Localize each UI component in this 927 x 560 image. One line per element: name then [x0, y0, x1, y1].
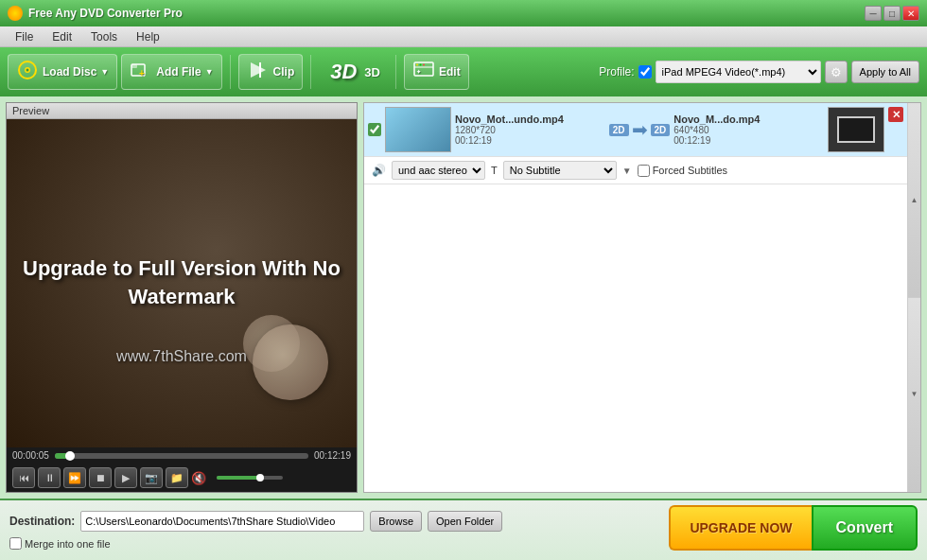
destination-label: Destination:: [9, 515, 75, 528]
arrow-icon: ➡: [632, 118, 648, 141]
add-file-label: Add File: [156, 65, 201, 79]
close-button[interactable]: ✕: [902, 6, 919, 21]
titlebar: Free Any DVD Converter Pro ─ □ ✕: [0, 0, 927, 26]
menu-file[interactable]: File: [6, 28, 43, 45]
preview-video: Upgrade to Full Version With No Watermar…: [7, 119, 357, 447]
toolbar-sep-1: [230, 55, 231, 89]
audio-select[interactable]: und aac stereo: [392, 161, 485, 180]
scroll-down-button[interactable]: ▼: [908, 298, 920, 493]
menu-help[interactable]: Help: [127, 28, 169, 45]
volume-icon: 🔇: [191, 471, 206, 485]
preview-label: Preview: [7, 103, 357, 119]
dest-file-info: Novo_M...do.mp4 640*480 00:12:19: [673, 114, 824, 146]
minimize-button[interactable]: ─: [865, 6, 882, 21]
conversion-arrow: 2D ➡ 2D: [609, 118, 671, 141]
destination-input[interactable]: [80, 511, 364, 532]
clip-icon: [247, 61, 270, 84]
snapshot-button[interactable]: 📷: [140, 467, 163, 488]
toolbar-sep-2: [310, 55, 311, 89]
svg-point-2: [26, 68, 29, 71]
subtitle-arrow: ▼: [622, 166, 632, 176]
add-file-icon: +: [130, 61, 152, 84]
profile-checkbox[interactable]: [638, 65, 652, 79]
file-options: 🔊 und aac stereo T No Subtitle ▼ Forced …: [364, 157, 907, 184]
pause-button[interactable]: ⏸: [38, 467, 61, 488]
source-filename: Novo_Mot...undo.mp4: [455, 114, 605, 125]
svg-point-11: [419, 63, 421, 65]
svg-text:✦: ✦: [416, 69, 421, 75]
source-2d-badge: 2D: [609, 124, 629, 136]
source-dimensions: 1280*720: [455, 125, 605, 135]
source-duration: 00:12:19: [455, 135, 605, 146]
add-file-button[interactable]: + Add File ▼: [121, 54, 221, 90]
browse-button[interactable]: Browse: [370, 511, 422, 532]
total-time: 00:12:19: [314, 450, 351, 461]
upgrade-now-button[interactable]: UPGRADE NOW: [669, 505, 811, 551]
edit-icon: ✦: [412, 61, 435, 84]
skip-back-button[interactable]: ⏮: [12, 467, 35, 488]
open-folder-button[interactable]: Open Folder: [428, 511, 502, 532]
app-title: Free Any DVD Converter Pro: [28, 7, 865, 20]
folder-button[interactable]: 📁: [166, 467, 188, 488]
load-disc-label: Load Disc: [43, 65, 96, 79]
menubar: File Edit Tools Help: [0, 26, 927, 47]
watermark-text: Upgrade to Full Version With No Watermar…: [7, 254, 357, 313]
volume-track[interactable]: [217, 476, 283, 480]
clip-button[interactable]: Clip: [238, 54, 304, 90]
dest-thumbnail: [828, 107, 884, 152]
dvd-disc: [253, 324, 328, 400]
app-icon: [8, 6, 23, 21]
convert-button[interactable]: Convert: [812, 505, 918, 551]
file-row: ⏸ Novo_Mot...undo.mp4 1280*720 00:12:19 …: [364, 103, 907, 157]
subtitle-text-icon: T: [491, 165, 498, 176]
volume-thumb[interactable]: [256, 474, 264, 481]
file-panel: ⏸ Novo_Mot...undo.mp4 1280*720 00:12:19 …: [363, 102, 921, 493]
source-file-info: Novo_Mot...undo.mp4 1280*720 00:12:19: [455, 114, 605, 146]
screen-icon: [837, 116, 875, 143]
apply-to-all-button[interactable]: Apply to All: [851, 61, 919, 83]
progress-track[interactable]: [55, 453, 308, 459]
progress-thumb[interactable]: [65, 451, 75, 461]
menu-tools[interactable]: Tools: [81, 28, 127, 45]
load-disc-button[interactable]: Load Disc ▼: [8, 54, 117, 90]
stop-button[interactable]: ⏹: [89, 467, 112, 488]
svg-point-12: [423, 63, 425, 65]
file-checkbox[interactable]: [368, 123, 381, 136]
maximize-button[interactable]: □: [883, 6, 901, 21]
3d-button[interactable]: 3D 3D: [319, 54, 388, 90]
profile-select[interactable]: iPad MPEG4 Video(*.mp4): [656, 61, 821, 83]
dest-2d-badge: 2D: [651, 124, 671, 136]
current-time: 00:00:05: [12, 450, 49, 461]
dest-duration: 00:12:19: [673, 135, 824, 146]
play-button[interactable]: ▶: [114, 467, 137, 488]
profile-area: Profile: iPad MPEG4 Video(*.mp4) ⚙ Apply…: [599, 61, 919, 83]
clip-label: Clip: [273, 65, 295, 79]
3d-label: 3D: [364, 65, 380, 79]
watermark-url: www.7thShare.com: [116, 348, 247, 365]
scroll-buttons: ▲ ▼: [907, 103, 920, 492]
forced-subtitles-label[interactable]: Forced Subtitles: [638, 165, 727, 177]
preview-panel: Preview Upgrade to Full Version With No …: [6, 102, 358, 493]
conversion-arrow-area: 2D ➡ 2D: [609, 118, 671, 141]
forced-subtitles-checkbox[interactable]: [638, 165, 650, 177]
settings-button[interactable]: ⚙: [825, 61, 848, 83]
bottom-bar: Destination: Browse Open Folder Merge in…: [0, 499, 927, 560]
edit-button[interactable]: ✦ Edit: [404, 54, 469, 90]
scroll-up-button[interactable]: ▲: [908, 103, 920, 298]
svg-rect-4: [131, 64, 137, 68]
load-disc-icon: [16, 59, 39, 86]
volume-fill: [217, 476, 260, 480]
edit-label: Edit: [439, 65, 461, 79]
subtitle-select[interactable]: No Subtitle: [503, 161, 617, 180]
source-thumbnail: ⏸: [385, 107, 451, 152]
toolbar: Load Disc ▼ + Add File ▼ Clip 3D 3D: [0, 47, 927, 96]
progress-bar-area[interactable]: 00:00:05 00:12:19: [7, 447, 357, 464]
menu-edit[interactable]: Edit: [43, 28, 81, 45]
svg-text:+: +: [139, 68, 145, 79]
delete-file-button[interactable]: ✕: [888, 107, 903, 122]
svg-point-10: [416, 63, 418, 65]
dest-filename: Novo_M...do.mp4: [673, 114, 824, 125]
fast-forward-button[interactable]: ⏩: [63, 467, 86, 488]
merge-checkbox[interactable]: [9, 537, 22, 550]
audio-icon: 🔊: [372, 164, 386, 177]
